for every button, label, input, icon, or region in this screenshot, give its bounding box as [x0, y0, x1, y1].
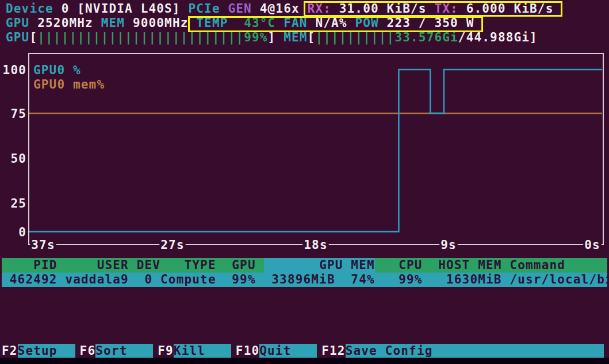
function-key-bar: F2SetupF6SortF9KillF10QuitF12Save Config: [2, 344, 609, 358]
terminal-text-segment: FAN: [284, 16, 315, 30]
gpu-utilization-history-chart: 100755025037s27s18s9s0sGPU0 %GPU0 mem%: [0, 0, 609, 364]
terminal-text-segment: 43°C: [236, 16, 284, 30]
terminal-text-segment: 44.988Gi: [466, 30, 530, 44]
y-axis-tick-label: 75: [10, 107, 26, 121]
fnkey-gap: [75, 344, 80, 358]
terminal-text-segment: ||||||||||||||||||||||||||: [37, 30, 244, 44]
legend-entry: GPU0 mem%: [33, 78, 105, 91]
bottom-edge-strip: [0, 358, 609, 364]
terminal-text-segment: POW: [355, 16, 386, 30]
terminal-text-segment: TEMP: [196, 16, 236, 30]
fnkey-gap: [153, 344, 158, 358]
terminal-text-segment: MEM: [284, 30, 307, 44]
terminal-text-segment: [: [29, 30, 37, 44]
fnkey-gap: [317, 344, 321, 358]
terminal-text-segment: 33.576Gi: [394, 30, 458, 44]
y-axis-tick-label: 50: [10, 152, 26, 166]
terminal-text-segment: 31.00 KiB/s: [339, 2, 435, 16]
table-header-segment[interactable]: CPU HOST MEM Command: [375, 258, 607, 273]
fnkey-label-f9: F9: [158, 344, 174, 358]
terminal-text-segment: 9000MHz: [133, 16, 196, 30]
fnkey-button-sort[interactable]: Sort: [95, 344, 153, 358]
terminal-text-segment: 223 / 350 W: [387, 16, 474, 30]
process-table-row[interactable]: 462492 vaddala9 0 Compute 99% 33896MiB 7…: [2, 273, 607, 287]
terminal-text-segment: MEM: [101, 16, 133, 30]
x-axis-tick-label: 18s: [304, 238, 327, 252]
fnkey-button-save-config[interactable]: Save Config: [346, 344, 604, 358]
fnkey-button-setup[interactable]: Setup: [18, 344, 75, 358]
terminal-text-segment: GPU: [6, 16, 37, 30]
terminal-text-segment: [: [308, 30, 316, 44]
terminal-text-segment: Device: [6, 2, 62, 16]
x-axis-tick-label: 9s: [441, 238, 457, 252]
x-axis-tick-bg: [583, 237, 602, 252]
table-header-segment[interactable]: GPU MEM: [264, 258, 375, 273]
process-table-header[interactable]: PID USER DEV TYPE GPU GPU MEM CPU HOST M…: [2, 258, 607, 273]
fnkey-button-kill[interactable]: Kill: [174, 344, 231, 358]
terminal-text-segment: RX:: [308, 2, 339, 16]
terminal-text-segment: /: [458, 30, 466, 44]
terminal-text-segment: GPU: [6, 30, 29, 44]
fnkey-gap: [231, 344, 236, 358]
terminal-text-segment: ]: [268, 30, 284, 44]
y-axis-tick-label: 0: [18, 225, 26, 239]
x-axis-tick-bg: [439, 237, 458, 252]
terminal-text-segment: 4@16x: [260, 2, 308, 16]
terminal-text-segment: GEN: [228, 2, 260, 16]
terminal-text-segment: ||||||||||: [315, 30, 394, 44]
x-axis-tick-bg: [302, 237, 328, 252]
terminal-text-segment: TX:: [434, 2, 466, 16]
nvtop-terminal: Device 0 [NVIDIA L40S] PCIe GEN 4@16x RX…: [0, 0, 609, 364]
fnkey-label-f12: F12: [321, 344, 345, 358]
terminal-text-segment: 99%: [244, 30, 267, 44]
chart-frame: [29, 53, 603, 244]
legend-entry: GPU0 %: [33, 63, 81, 77]
x-axis-tick-label: 0s: [584, 238, 600, 252]
fnkey-label-f6: F6: [80, 344, 96, 358]
terminal-text-segment: ]: [530, 30, 538, 44]
terminal-text-segment: PCIe: [188, 2, 228, 16]
table-header-segment[interactable]: PID USER DEV TYPE GPU: [2, 258, 264, 273]
x-axis-tick-label: 37s: [31, 238, 55, 252]
fnkey-label-f2: F2: [2, 344, 18, 358]
device-info-line: Device 0 [NVIDIA L40S] PCIe GEN 4@16x RX…: [0, 2, 609, 16]
x-axis-tick-bg: [30, 237, 56, 252]
fnkey-button-quit[interactable]: Quit: [259, 344, 317, 358]
terminal-text-segment: N/A%: [315, 16, 355, 30]
x-axis-tick-label: 27s: [160, 238, 184, 252]
terminal-text-segment: 2520MHz: [37, 16, 101, 30]
gpu-mem-gauge-line: GPU[||||||||||||||||||||||||||99%] MEM[|…: [0, 30, 609, 45]
fnkey-label-f10: F10: [236, 344, 259, 358]
y-axis-tick-label: 25: [10, 197, 26, 210]
y-axis-tick-label: 100: [3, 63, 26, 77]
terminal-text-segment: 0: [62, 2, 78, 16]
clock-temp-power-line: GPU 2520MHz MEM 9000MHz TEMP 43°C FAN N/…: [0, 16, 609, 30]
series-gpu0-: [29, 70, 602, 232]
terminal-text-segment: 6.000 KiB/s: [466, 2, 554, 16]
process-row-text: 462492 vaddala9 0 Compute 99% 33896MiB 7…: [2, 273, 607, 286]
terminal-text-segment: [NVIDIA L40S]: [77, 2, 188, 16]
x-axis-tick-bg: [159, 237, 185, 252]
